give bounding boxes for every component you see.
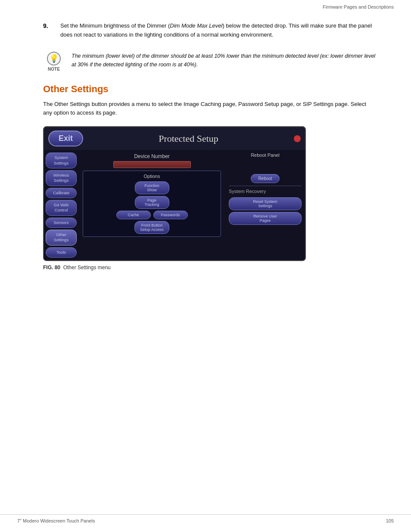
fig-caption: FIG. 80 Other Settings menu (43, 264, 377, 271)
fig-label: FIG. 80 (43, 264, 60, 271)
step-9-block: 9. Set the Minimum brightness of the Dim… (43, 22, 377, 40)
panel-header: Exit Protected Setup (44, 127, 305, 150)
note-label: NOTE (48, 67, 60, 72)
panel-main-area: Device Number Options FunctionShow PageT… (78, 150, 225, 260)
footer-right: 105 (386, 518, 394, 523)
options-row: Cache Passwords (116, 211, 188, 219)
section-heading: Other Settings (43, 84, 377, 95)
device-number-input[interactable] (113, 161, 191, 168)
note-block: 💡 NOTE The minimum (lower level) of the … (43, 52, 377, 72)
note-text: The minimum (lower level) of the dimmer … (72, 52, 377, 69)
sidebar-sensors[interactable]: Sensors (46, 218, 77, 228)
step-number: 9. (43, 22, 53, 40)
device-number-label: Device Number (134, 153, 170, 159)
device-number-section: Device Number (83, 153, 221, 168)
function-show-button[interactable]: FunctionShow (135, 181, 169, 194)
sidebar-tools[interactable]: Tools (46, 247, 77, 258)
panel-title: Protected Setup (87, 133, 290, 144)
system-recovery-label: System Recovery (229, 189, 266, 194)
reboot-panel-label: Reboot Panel (251, 152, 280, 158)
step-text: Set the Minimum brightness of the Dimmer… (60, 22, 377, 40)
red-dot-icon (294, 135, 301, 142)
header-text: Firmware Pages and Descriptions (323, 4, 394, 9)
page-footer: 7" Modero Widescreen Touch Panels 105 (0, 514, 411, 523)
passwords-button[interactable]: Passwords (153, 211, 188, 219)
bulb-icon: 💡 (47, 52, 61, 65)
divider (229, 186, 302, 186)
sidebar-system-settings[interactable]: SystemSettings (46, 152, 77, 168)
panel-body: SystemSettings WirelessSettings Calibrat… (44, 150, 305, 260)
system-recovery-section: System Recovery Reset SystemSettings Rem… (229, 189, 302, 225)
sidebar-calibrate[interactable]: Calibrate (46, 188, 77, 198)
main-content: 9. Set the Minimum brightness of the Dim… (43, 22, 377, 271)
reset-system-button[interactable]: Reset SystemSettings (229, 197, 302, 210)
panel-right: Reboot Panel Reboot System Recovery Rese… (225, 150, 305, 260)
note-icon-area: 💡 NOTE (43, 52, 65, 72)
panel-ui: Exit Protected Setup SystemSettings Wire… (43, 126, 306, 261)
remove-user-pages-button[interactable]: Remove UserPages (229, 212, 302, 225)
sidebar-other-settings[interactable]: OtherSettings (46, 230, 77, 246)
fig-text: Other Settings menu (63, 264, 111, 271)
section-desc: The Other Settings button provides a men… (43, 100, 377, 118)
italic-text: Dim Mode Max Level (170, 22, 222, 29)
reboot-button[interactable]: Reboot (251, 174, 279, 183)
front-button-setup[interactable]: Front ButtonSetup Access (134, 221, 169, 234)
cache-button[interactable]: Cache (116, 211, 151, 219)
sidebar-g4-web-control[interactable]: G4 WebControl (46, 200, 77, 216)
page-header: Firmware Pages and Descriptions (323, 4, 394, 9)
options-label: Options (86, 174, 218, 179)
page-tracking-button[interactable]: PageTracking (135, 196, 169, 209)
footer-left: 7" Modero Widescreen Touch Panels (17, 518, 95, 523)
options-buttons: FunctionShow PageTracking Cache Password… (86, 181, 218, 234)
exit-button[interactable]: Exit (48, 131, 83, 146)
options-section: Options FunctionShow PageTracking Cache … (83, 171, 221, 237)
sidebar-wireless-settings[interactable]: WirelessSettings (46, 170, 77, 186)
panel-sidebar: SystemSettings WirelessSettings Calibrat… (44, 150, 78, 260)
reboot-panel-section: Reboot Panel Reboot (229, 152, 302, 183)
